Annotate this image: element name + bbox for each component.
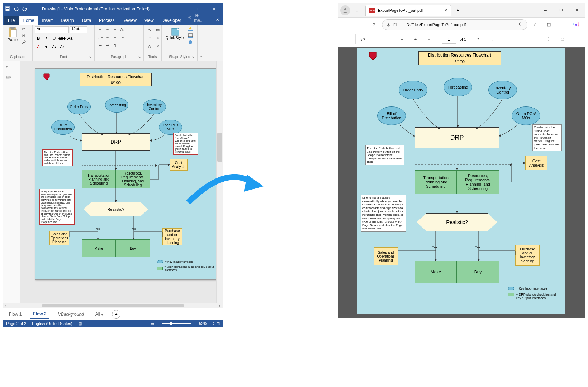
increase-indent-button[interactable]: ⇥ <box>104 42 111 48</box>
page-tab-all[interactable]: All ▾ <box>93 310 106 318</box>
back-button[interactable]: ← <box>341 19 352 30</box>
page-tab-flow1[interactable]: Flow 1 <box>6 310 24 318</box>
connection-point-button[interactable]: ✕ <box>154 43 161 50</box>
tab-home[interactable]: Home <box>19 16 38 25</box>
pdf-more-icon[interactable]: ⋯ <box>571 34 581 44</box>
page-view-icon[interactable]: ▯ <box>487 34 497 44</box>
bold-button[interactable]: B <box>35 35 42 42</box>
align-center-button[interactable]: ≡ <box>112 34 118 40</box>
split-screen-icon[interactable]: ◫ <box>543 19 555 30</box>
align-left-button[interactable]: ≡ <box>104 34 111 40</box>
page-tab-vbackground[interactable]: VBackground <box>55 310 87 318</box>
fill-button[interactable] <box>188 26 193 32</box>
add-page-button[interactable]: + <box>112 310 120 319</box>
address-field[interactable]: ⓘ File | D:/Files/ExportPageToPdf_out.pd… <box>382 19 527 30</box>
font-name-select[interactable]: Arial <box>35 26 69 33</box>
tab-data[interactable]: Data <box>78 16 95 25</box>
tab-file[interactable]: File <box>4 16 19 25</box>
pdf-viewer[interactable]: Distribution Resources Flowchart 6/1/00 … <box>338 47 585 318</box>
zoom-out-pdf-button[interactable]: − <box>397 34 407 44</box>
rectangle-tool-button[interactable]: ▭ <box>154 26 161 33</box>
shape-styles-dialog-launcher[interactable]: ⬊ <box>192 56 196 60</box>
undo-icon[interactable] <box>13 6 19 12</box>
text-case-button[interactable]: Aa <box>66 35 74 42</box>
rotate-icon[interactable]: ⟲ <box>474 34 484 44</box>
copilot-icon[interactable] <box>570 19 582 30</box>
redo-icon[interactable] <box>22 6 28 12</box>
tell-me-search[interactable]: Tell me... <box>185 11 213 25</box>
bullets-button[interactable]: ⋮≡ <box>97 34 103 40</box>
paragraph-dialog-launcher[interactable]: ⬊ <box>138 56 142 60</box>
pan-zoom-icon[interactable]: ⊞ <box>217 321 220 326</box>
align-middle-button[interactable]: ≡ <box>104 26 111 33</box>
grow-font-button[interactable]: A▴ <box>51 43 58 51</box>
format-painter-icon[interactable]: 🖌 <box>22 39 27 44</box>
ribbon-close-icon[interactable]: ✕ <box>213 15 222 25</box>
new-tab-button[interactable]: + <box>453 5 463 15</box>
freeform-tool-button[interactable]: ✎ <box>154 34 161 42</box>
font-color-button[interactable]: A <box>35 43 42 51</box>
tab-close-button[interactable]: ✕ <box>444 8 447 13</box>
pointer-tool-button[interactable]: ↖ <box>146 26 153 33</box>
font-size-select[interactable]: 12pt. <box>70 26 87 33</box>
contents-icon[interactable]: ☰ <box>342 34 352 44</box>
edge-close-button[interactable]: ✕ <box>569 5 585 16</box>
italic-button[interactable]: I <box>43 35 50 42</box>
zoom-in-button[interactable]: + <box>194 321 196 326</box>
zoom-level[interactable]: 52% <box>199 321 207 326</box>
scroll-right-icon[interactable]: ▸ <box>219 304 221 307</box>
site-info-icon[interactable]: ⓘ <box>387 22 390 27</box>
paste-button[interactable]: Paste <box>5 26 20 54</box>
record-macro-icon[interactable]: ▦ <box>78 321 82 326</box>
browser-tab[interactable]: PDF ExportPageToPdf_out.pdf ✕ <box>365 5 451 16</box>
decrease-indent-button[interactable]: ⇤ <box>97 42 103 48</box>
font-color-dropdown[interactable]: ▾ <box>43 43 50 51</box>
page-tab-flow2[interactable]: Flow 2 <box>30 310 49 319</box>
zoom-slider[interactable] <box>162 323 191 324</box>
connector-tool-button[interactable]: ⤳ <box>146 34 153 42</box>
tab-review[interactable]: Review <box>118 16 140 25</box>
edge-minimize-button[interactable]: ─ <box>537 5 553 16</box>
align-top-button[interactable]: ≡ <box>97 26 103 33</box>
text-tool-button[interactable]: A <box>146 43 153 50</box>
underline-button[interactable]: U <box>51 35 58 42</box>
tab-design[interactable]: Design <box>57 16 78 25</box>
save-pdf-icon[interactable]: 🖫 <box>558 34 568 44</box>
text-direction-button[interactable]: A↕ <box>119 26 126 33</box>
effects-button[interactable] <box>188 40 193 46</box>
draw-icon[interactable]: ▾ <box>355 34 365 44</box>
presentation-mode-icon[interactable]: ▭ <box>151 321 154 326</box>
scroll-left-icon[interactable]: ◂ <box>5 304 6 307</box>
edge-maximize-button[interactable]: ☐ <box>553 5 569 16</box>
scrollbar-thumb[interactable] <box>217 133 222 162</box>
tab-insert[interactable]: Insert <box>38 16 57 25</box>
copy-icon[interactable]: ⎘ <box>22 33 27 38</box>
align-right-button[interactable]: ≡ <box>119 34 126 40</box>
align-bottom-button[interactable]: ≡ <box>112 26 118 33</box>
font-dialog-launcher[interactable]: ⬊ <box>89 56 93 60</box>
favorite-button[interactable]: ☆ <box>530 19 541 30</box>
zoom-in-pdf-button[interactable]: + <box>411 34 421 44</box>
shrink-font-button[interactable]: A▾ <box>58 43 66 51</box>
tab-process[interactable]: Process <box>95 16 118 25</box>
strikethrough-button[interactable]: abc <box>58 35 66 42</box>
settings-menu-button[interactable]: ⋯ <box>557 19 568 30</box>
line-button[interactable] <box>188 33 193 39</box>
fit-page-icon[interactable]: ⛶ <box>210 321 214 326</box>
quick-styles-button[interactable]: Quick Styles <box>166 26 186 46</box>
tab-view[interactable]: View <box>141 16 158 25</box>
more-tools-icon[interactable]: ⋯ <box>369 34 379 44</box>
tab-developer[interactable]: Developer <box>158 16 185 25</box>
find-icon[interactable] <box>544 34 554 44</box>
stencil-icon[interactable]: ▦▸ <box>3 72 20 82</box>
zoom-indicator-icon[interactable] <box>518 22 523 28</box>
save-icon[interactable] <box>5 6 10 12</box>
page-number-input[interactable] <box>442 35 456 44</box>
zoom-out-button[interactable]: − <box>157 321 159 326</box>
profile-icon[interactable] <box>340 5 350 15</box>
cut-icon[interactable]: ✂ <box>22 26 27 32</box>
horizontal-scrollbar[interactable]: ◂ ▸ <box>3 303 223 308</box>
expand-shapes-icon[interactable]: ▸ <box>3 61 20 72</box>
hscroll-thumb[interactable] <box>42 304 184 307</box>
paragraph-marks-button[interactable]: ¶ <box>112 42 118 48</box>
